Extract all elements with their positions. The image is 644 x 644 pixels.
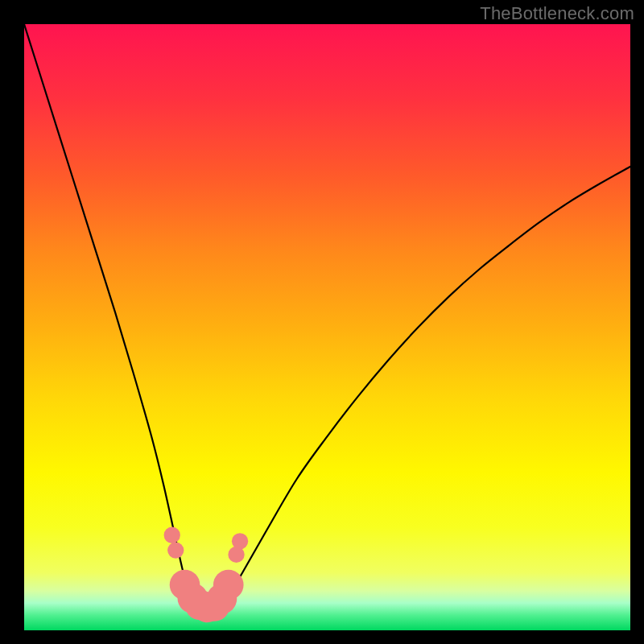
highlight-dot	[232, 533, 248, 549]
gradient-background	[24, 24, 630, 630]
chart-svg	[24, 24, 630, 630]
highlight-dot	[213, 570, 244, 601]
highlight-dot	[167, 542, 184, 558]
plot-area	[24, 24, 630, 630]
watermark-text: TheBottleneck.com	[480, 3, 634, 24]
outer-frame: TheBottleneck.com	[0, 0, 644, 644]
highlight-dot	[164, 527, 180, 543]
